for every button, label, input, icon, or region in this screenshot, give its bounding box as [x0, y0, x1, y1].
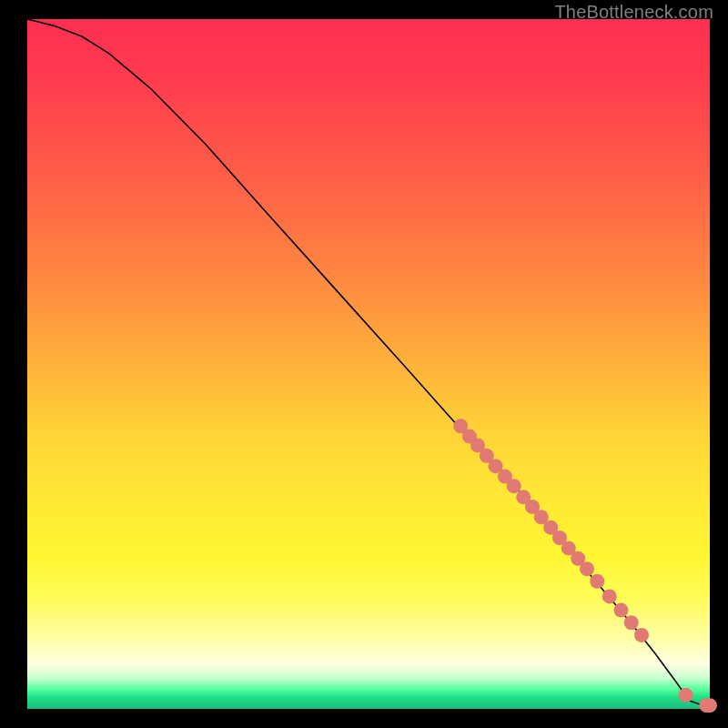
chart-stage: TheBottleneck.com	[0, 0, 728, 728]
data-point	[590, 574, 604, 589]
watermark-text: TheBottleneck.com	[554, 2, 713, 23]
data-point	[634, 628, 649, 642]
data-point	[679, 688, 693, 703]
data-point	[580, 561, 594, 576]
data-point	[507, 479, 521, 493]
chart-svg	[27, 19, 710, 709]
data-point	[624, 615, 639, 630]
data-point	[614, 603, 629, 618]
dots-layer	[453, 419, 717, 713]
data-point	[703, 698, 717, 713]
plot-area	[27, 19, 710, 709]
data-point	[602, 589, 617, 603]
